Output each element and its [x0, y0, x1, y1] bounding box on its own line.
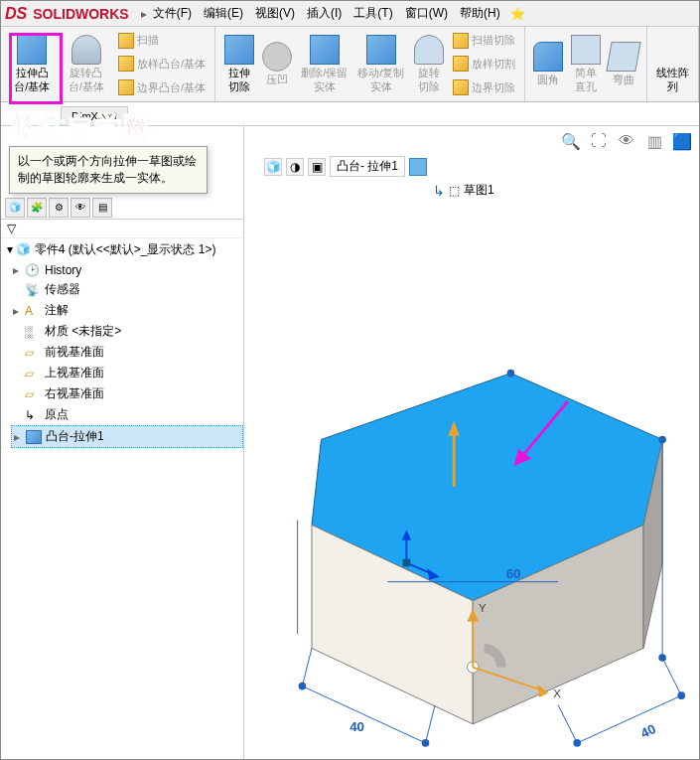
bc-sketch-icon[interactable]: ⬚	[449, 184, 460, 198]
side-tab-extra[interactable]: ▤	[92, 198, 112, 218]
menu-help[interactable]: 帮助(H)	[454, 5, 506, 22]
tree-right-plane[interactable]: ▱右视基准面	[11, 383, 243, 404]
menubar: DS SOLIDWORKS ▸ 文件(F) 编辑(E) 视图(V) 插入(I) …	[1, 1, 699, 27]
bc-arrow-icon: ↳	[433, 183, 445, 199]
side-tab-config[interactable]: ⚙	[49, 198, 69, 218]
side-tab-property[interactable]: 🧩	[27, 198, 47, 218]
svg-line-6	[426, 705, 436, 743]
tree-front-plane[interactable]: ▱前视基准面	[11, 342, 243, 363]
logo-ds-icon: DS	[5, 5, 27, 23]
dim-60[interactable]: 60	[506, 566, 521, 581]
svg-point-8	[422, 739, 430, 747]
fillet-button[interactable]: 圆角	[529, 40, 567, 88]
zoom-fit-icon[interactable]: 🔍	[560, 130, 582, 152]
origin-icon: ↳	[25, 408, 41, 422]
ribbon: 拉伸凸台/基体 旋转凸台/基体 扫描 放样凸台/基体 边界凸台/基体 拉伸切除 …	[1, 27, 699, 102]
side-tab-display[interactable]: 👁	[70, 198, 90, 218]
revolve-label: 旋转凸台/基体	[64, 67, 110, 92]
tree-origin[interactable]: ↳原点	[11, 404, 243, 425]
menu-insert[interactable]: 插入(I)	[301, 5, 348, 22]
rotate-cut-icon	[414, 35, 444, 65]
bc-revolve-icon[interactable]: ◑	[286, 158, 304, 176]
bc-rollback-icon[interactable]	[409, 158, 427, 176]
hole-button[interactable]: 压凹	[258, 40, 296, 88]
filter-row[interactable]: ▽	[1, 220, 243, 238]
sweep-cut-button[interactable]: 扫描切除	[450, 32, 518, 50]
hole-icon	[262, 42, 292, 72]
extrude-label: 拉伸凸台/基体	[9, 67, 56, 92]
loft-button[interactable]: 放样凸台/基体	[115, 55, 209, 73]
model-view[interactable]: X Y 60 40	[254, 345, 699, 760]
logo-solidworks: SOLIDWORKS	[33, 6, 128, 22]
extrude-boss-button[interactable]: 拉伸凸台/基体	[5, 33, 60, 94]
tree-annotations[interactable]: ▸A注解	[11, 300, 243, 321]
svg-line-9	[558, 705, 577, 743]
loft-cut-button[interactable]: 放样切割	[450, 55, 518, 73]
annotation-icon: A	[25, 304, 41, 318]
menu-overflow[interactable]: ⭐	[510, 7, 525, 21]
graphics-area[interactable]: 🔍 ⛶ 👁 ▥ 🟦 🧊 ◑ ▣ 凸台- 拉伸1 ↳ ⬚ 草图1	[244, 126, 699, 760]
zoom-area-icon[interactable]: ⛶	[588, 130, 610, 152]
linear-pattern-icon	[658, 35, 688, 65]
boundary-cut-button[interactable]: 边界切除	[450, 78, 518, 96]
tree-sensors[interactable]: 📡传感器	[11, 279, 243, 300]
tree-root[interactable]: ▾ 🧊 零件4 (默认<<默认>_显示状态 1>)	[1, 238, 243, 261]
menu-file[interactable]: 文件(F)	[147, 5, 198, 22]
revolve-boss-button[interactable]: 旋转凸台/基体	[60, 33, 114, 94]
sensor-icon: 📡	[25, 283, 41, 297]
move-origin[interactable]	[403, 559, 411, 567]
cut-extrude-button[interactable]: 拉伸切除	[219, 33, 258, 94]
tree-top-plane[interactable]: ▱上视基准面	[11, 363, 243, 383]
svg-point-11	[573, 739, 581, 747]
revolve-icon	[71, 35, 101, 65]
section-view-icon[interactable]: ▥	[643, 130, 665, 152]
svg-line-5	[302, 648, 312, 685]
extrude-tooltip: 以一个或两个方向拉伸一草图或绘制的草图轮廓来生成一实体。	[9, 146, 208, 194]
move-copy-button[interactable]: 移动/复制实体	[352, 33, 409, 94]
bc-feature-name[interactable]: 凸台- 拉伸1	[330, 156, 405, 177]
loft-cut-icon	[453, 56, 469, 72]
svg-line-10	[662, 658, 681, 695]
dim-40a[interactable]: 40	[350, 719, 364, 734]
vertex-top[interactable]	[507, 370, 515, 378]
side-tab-feature[interactable]: 🧊	[5, 198, 25, 218]
menu-view[interactable]: 视图(V)	[249, 5, 301, 22]
sweep-icon	[118, 33, 134, 49]
history-icon: 🕑	[25, 263, 41, 277]
display-style-icon[interactable]: 🟦	[671, 130, 693, 152]
breadcrumb: 🧊 ◑ ▣ 凸台- 拉伸1	[264, 156, 427, 177]
simple-hole-icon	[571, 35, 601, 65]
rotate-cut-button[interactable]: 旋转切除	[409, 33, 448, 94]
extrude-feature-icon	[26, 430, 42, 444]
triad-x-label: X	[553, 687, 561, 699]
view-toolbar: 🔍 ⛶ 👁 ▥ 🟦	[560, 130, 693, 152]
bc-part-icon[interactable]: 🧊	[264, 158, 282, 176]
loft-icon	[118, 56, 134, 72]
menu-edit[interactable]: 编辑(E)	[198, 5, 249, 22]
delete-keep-icon	[310, 35, 340, 65]
delete-keep-button[interactable]: 删除/保留实体	[296, 33, 352, 94]
prev-view-icon[interactable]: 👁	[616, 130, 637, 152]
tree-history[interactable]: ▸🕑History	[11, 261, 243, 279]
command-tabs: DimXpert	[1, 102, 699, 126]
bend-button[interactable]: 弯曲	[605, 40, 642, 88]
svg-point-14	[658, 654, 666, 662]
tab-dimxpert[interactable]: DimXpert	[61, 106, 128, 125]
cut-extrude-icon	[224, 35, 254, 65]
tree-material[interactable]: ░材质 <未指定>	[11, 321, 243, 342]
triad-y-label: Y	[479, 602, 487, 614]
plane-icon: ▱	[25, 346, 41, 360]
boundary-button[interactable]: 边界凸台/基体	[115, 78, 209, 96]
bc-sketch-name[interactable]: 草图1	[464, 182, 494, 199]
bc-feature-icon[interactable]: ▣	[308, 158, 326, 176]
sweep-cut-icon	[453, 33, 469, 49]
dim-40b[interactable]: 40	[638, 721, 658, 741]
filter-icon: ▽	[7, 222, 16, 235]
menu-tools[interactable]: 工具(T)	[348, 5, 398, 22]
dim-40b-line[interactable]	[577, 695, 681, 743]
menu-window[interactable]: 窗口(W)	[399, 5, 454, 22]
tree-feature-extrude[interactable]: ▸凸台-拉伸1	[11, 425, 243, 448]
sweep-button[interactable]: 扫描	[115, 32, 209, 50]
simple-hole-button[interactable]: 简单直孔	[567, 33, 605, 94]
linear-pattern-button[interactable]: 线性阵列	[651, 33, 694, 94]
